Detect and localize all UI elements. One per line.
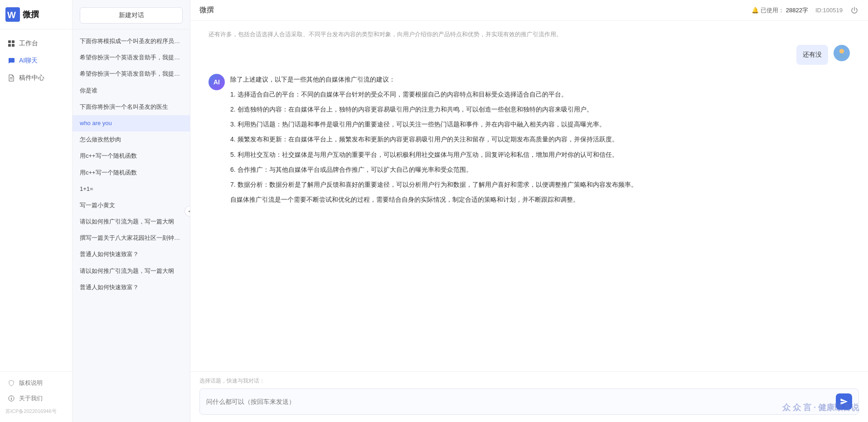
svg-rect-5 [12,44,15,47]
logo-area: W 微撰 [0,0,72,29]
ai-chat-label: AI聊天 [19,57,38,65]
top-bar-right: 🔔 已使用： 28822字 ID:100519 [752,6,859,15]
svg-point-12 [839,49,844,53]
svg-rect-2 [8,40,11,43]
message-row-ai: AI 除了上述建议，以下是一些其他的自媒体推广引流的建议： 1. 选择适合自己的… [209,74,850,209]
conversation-item[interactable]: 请以如何推广引流为题，写一篇大纲 [73,213,190,230]
conversation-item[interactable]: 希望你扮演一个英语发音助手，我提供给你... [73,49,190,66]
copyright-label: 版权说明 [19,379,43,387]
sidebar-item-copyright[interactable]: 版权说明 [0,375,72,391]
ai-conclusion: 自媒体推广引流是一个需要不断尝试和优化的过程，需要结合自身的实际情况，制定合适的… [230,194,637,205]
sidebar-item-about[interactable]: 关于我们 [0,391,72,406]
info-icon [7,394,15,403]
user-message-bubble: 还有没 [796,45,828,65]
doc-icon [7,74,15,82]
overflow-text: 还有许多，包括合适选择人合适采取、不同平台发布内容的类型和对象，向用户介绍你的产… [209,30,850,39]
user-avatar [834,45,850,61]
power-button[interactable] [850,6,859,15]
conversation-item[interactable]: 普通人如何快速致富？ [73,246,190,262]
conversation-item[interactable]: 下面你将扮演一个名叫圣友的医生 [73,99,190,115]
usage-label: 已使用： [761,6,784,15]
input-row [199,388,859,415]
conversation-item[interactable]: 希望你扮演一个英语发音助手，我提供给你... [73,66,190,82]
message-row-user: 还有没 [209,45,850,65]
conversation-item[interactable]: 怎么做孜然炒肉 [73,131,190,148]
conversation-item[interactable]: 用c++写一个随机函数 [73,165,190,181]
conv-header: 新建对话 [73,0,190,29]
logo-icon: W [5,7,20,22]
conversation-list: 下面你将模拟成一个叫圣友的程序员，我说...希望你扮演一个英语发音助手，我提供给… [73,29,190,422]
conversation-panel: 新建对话 下面你将模拟成一个叫圣友的程序员，我说...希望你扮演一个英语发音助手… [73,0,190,422]
ai-avatar: AI [209,74,225,90]
ai-points: 1. 选择适合自己的平台：不同的自媒体平台针对的受众不同，需要根据自己的内容特点… [230,89,637,190]
icp-text: 苏ICP备2022016946号 [0,406,72,418]
conversation-item[interactable]: 写一篇小黄文 [73,197,190,213]
chat-input[interactable] [206,398,831,405]
conversation-item[interactable]: 下面你将模拟成一个叫圣友的程序员，我说... [73,33,190,49]
sidebar-footer: 版权说明 关于我们 苏ICP备2022016946号 [0,371,72,422]
about-label: 关于我们 [19,394,43,403]
nav-items: 工作台 AI聊天 稿件中心 [0,29,72,92]
usage-info: 🔔 已使用： 28822字 [752,6,808,15]
send-button[interactable] [836,393,852,410]
chat-input-area: 选择话题，快速与我对话： [190,371,868,422]
sidebar-item-drafts[interactable]: 稿件中心 [0,69,72,87]
app-name: 微撰 [23,9,39,20]
new-conversation-button[interactable]: 新建对话 [80,7,183,24]
shield-icon [7,379,15,387]
workspace-label: 工作台 [19,39,38,48]
usage-value: 28822字 [786,6,808,15]
svg-rect-3 [12,40,15,43]
conversation-item[interactable]: 1+1= [73,181,190,197]
ai-message-content: 除了上述建议，以下是一些其他的自媒体推广引流的建议： 1. 选择适合自己的平台：… [230,74,637,209]
svg-rect-4 [8,44,11,47]
ai-intro: 除了上述建议，以下是一些其他的自媒体推广引流的建议： [230,74,637,85]
sidebar: W 微撰 工作台 AI聊天 [0,0,73,422]
chat-messages: 还有许多，包括合适选择人合适采取、不同平台发布内容的类型和对象，向用户介绍你的产… [190,21,868,371]
conversation-item[interactable]: 你是谁 [73,82,190,99]
svg-point-10 [11,397,11,397]
conversation-item[interactable]: 请以如何推广引流为题，写一篇大纲 [73,263,190,279]
quick-topics-label: 选择话题，快速与我对话： [199,377,859,385]
drafts-label: 稿件中心 [19,74,44,82]
main-chat-area: 微撰 🔔 已使用： 28822字 ID:100519 还有许多，包括合适选择人合… [190,0,868,422]
conversation-item[interactable]: 撰写一篇关于八大家花园社区一刻钟便民生... [73,230,190,246]
ai-point: 1. 选择适合自己的平台：不同的自媒体平台针对的受众不同，需要根据自己的内容特点… [230,89,637,100]
ai-point: 4. 频繁发布和更新：在自媒体平台上，频繁发布和更新的内容更容易吸引用户的关注和… [230,134,637,145]
ai-point: 3. 利用热门话题：热门话题和事件是吸引用户的重要途径，可以关注一些热门话题和事… [230,119,637,130]
conversation-item[interactable]: 普通人如何快速致富？ [73,279,190,296]
coin-icon: 🔔 [752,7,759,14]
ai-point: 7. 数据分析：数据分析是了解用户反馈和喜好的重要途径，可以分析用户行为和数据，… [230,179,637,190]
sidebar-item-workspace[interactable]: 工作台 [0,35,72,52]
conversation-item[interactable]: 用c++写一个随机函数 [73,148,190,164]
top-bar-title: 微撰 [199,5,214,15]
ai-point: 6. 合作推广：与其他自媒体平台或品牌合作推广，可以扩大自己的曝光率和受众范围。 [230,164,637,175]
ai-point: 5. 利用社交互动：社交媒体是与用户互动的重要平台，可以积极利用社交媒体与用户互… [230,149,637,160]
chat-icon [7,57,15,65]
conversation-item[interactable]: who are you [73,115,190,131]
user-message-text: 还有没 [803,51,822,58]
svg-text:W: W [7,10,16,20]
id-info: ID:100519 [815,7,843,14]
ai-point: 2. 创造独特的内容：在自媒体平台上，独特的内容更容易吸引用户的注意力和共鸣，可… [230,104,637,115]
sidebar-item-ai-chat[interactable]: AI聊天 [0,52,72,69]
top-bar: 微撰 🔔 已使用： 28822字 ID:100519 [190,0,868,21]
grid-icon [7,39,15,48]
